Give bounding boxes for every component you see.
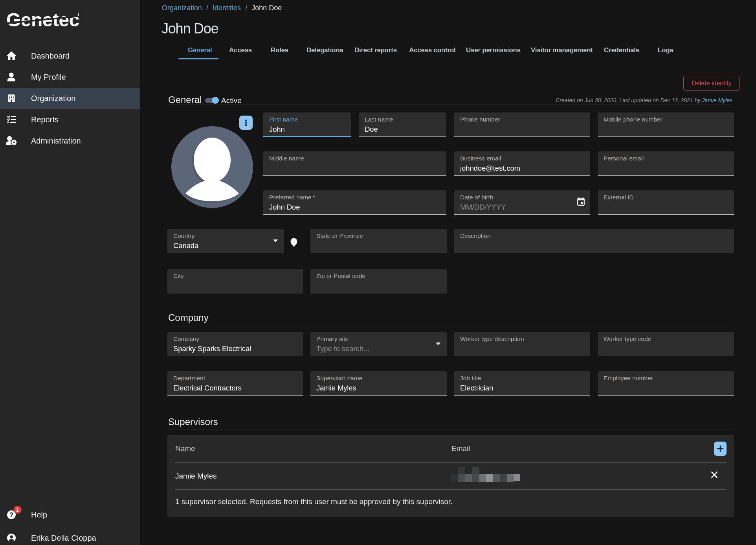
svg-text:?: ? [9, 511, 13, 518]
svg-text:1: 1 [16, 507, 19, 513]
